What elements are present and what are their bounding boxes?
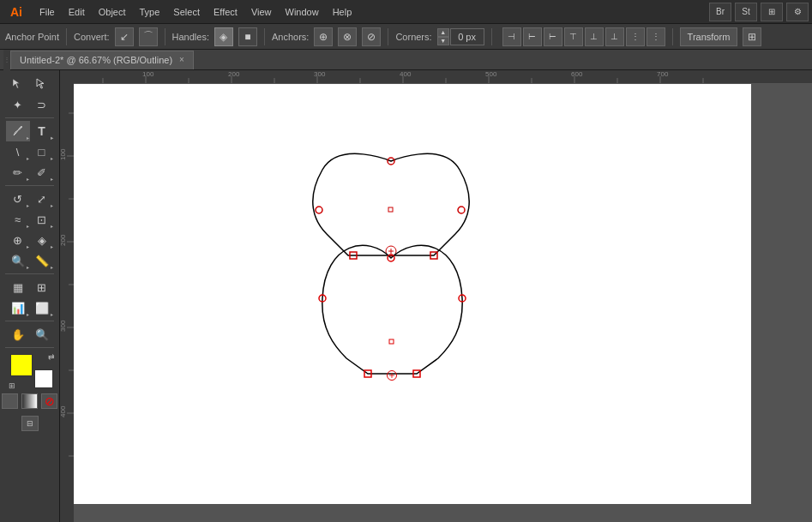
anchor-right[interactable] <box>458 207 465 213</box>
gradient-swatch-btn[interactable] <box>21 393 38 409</box>
lasso-tool[interactable]: ⊃ <box>30 94 54 115</box>
eyedropper-tool[interactable]: 🔍▸ <box>6 250 30 271</box>
measure-tool[interactable]: 📏▸ <box>30 250 54 271</box>
line-tools-row: \▸ □▸ <box>0 141 59 162</box>
color-mode-icons: ⊘ <box>0 392 59 411</box>
bridge-icon[interactable]: Br <box>709 3 731 21</box>
anchor-left[interactable] <box>316 207 322 213</box>
corners-down-arrow[interactable]: ▼ <box>437 37 449 45</box>
vertical-ruler: 100200 300400 <box>60 70 74 522</box>
workspace-icon[interactable]: ⊞ <box>761 3 783 21</box>
symbol-tools-row: 🔍▸ 📏▸ <box>0 250 59 271</box>
corners-label: Corners: <box>395 32 431 42</box>
align-center-h-btn[interactable]: ⊢ <box>523 27 542 46</box>
paint-tools-row: ✏▸ ✐▸ <box>0 162 59 183</box>
color-swatches: ⇄ ⊞ <box>0 351 59 392</box>
handles-icon-2[interactable]: ■ <box>238 27 257 46</box>
anchor-icon-1[interactable]: ⊕ <box>314 27 333 46</box>
tab-close-button[interactable]: × <box>179 51 184 69</box>
menu-type[interactable]: Type <box>133 0 167 24</box>
svg-text:500: 500 <box>485 70 497 78</box>
tab-bar: ⋮ Untitled-2* @ 66.67% (RGB/Outline) × <box>0 50 812 70</box>
menu-bar: Ai File Edit Object Type Select Effect V… <box>0 0 812 24</box>
align-left-btn[interactable]: ⊣ <box>502 27 521 46</box>
line-segment-tool[interactable]: \▸ <box>6 141 30 162</box>
drawing-canvas[interactable] <box>74 84 751 504</box>
free-transform-tool[interactable]: ⊡▸ <box>30 209 54 230</box>
type-tool[interactable]: T▸ <box>30 121 54 141</box>
distribute-v-btn[interactable]: ⋮ <box>647 27 665 46</box>
main-shape-path <box>313 153 469 255</box>
rotate-tool[interactable]: ↺▸ <box>6 189 30 209</box>
handles-icon[interactable]: ◈ <box>214 27 233 46</box>
direct-select-tool[interactable] <box>30 74 54 94</box>
align-buttons: ⊣ ⊢ ⊢ ⊤ ⊥ ⊥ ⋮ ⋮ <box>502 27 665 46</box>
menu-effect[interactable]: Effect <box>207 0 244 24</box>
color-mode-btn[interactable] <box>2 393 18 409</box>
menu-window[interactable]: Window <box>279 0 326 24</box>
separator-3 <box>264 28 265 45</box>
toolbar: ✦ ⊃ ▸ T▸ \▸ □▸ ✏▸ ✐▸ ↺▸ ⤢▸ ≈▸ ⊡▸ <box>0 70 60 522</box>
zoom-tool[interactable]: 🔍 <box>30 324 54 345</box>
stock-icon[interactable]: St <box>735 3 757 21</box>
convert-anchor-btn[interactable]: ↙ <box>115 27 134 46</box>
fill-swatch[interactable] <box>10 354 33 376</box>
gradient-tool[interactable]: ▦ <box>6 277 30 297</box>
pen-tools-row: ▸ T▸ <box>0 121 59 141</box>
magic-wand-tool[interactable]: ✦ <box>6 94 30 115</box>
settings-icon[interactable]: ⚙ <box>786 3 809 21</box>
corners-input[interactable] <box>450 28 484 45</box>
svg-text:200: 200 <box>60 234 67 246</box>
stroke-swatch[interactable] <box>34 369 53 388</box>
separator-5 <box>491 28 492 45</box>
reflect-tool[interactable]: ⤢▸ <box>30 189 54 209</box>
artboard-tool[interactable]: ⬜▸ <box>30 297 54 318</box>
screen-mode-btn[interactable]: ⊟ <box>21 416 39 431</box>
align-right-btn[interactable]: ⊢ <box>544 27 562 46</box>
menu-select[interactable]: Select <box>166 0 207 24</box>
corners-up-arrow[interactable]: ▲ <box>437 28 449 37</box>
menu-file[interactable]: File <box>33 0 62 24</box>
anchor-icon-3[interactable]: ⊘ <box>362 27 381 46</box>
pen-tool[interactable]: ▸ <box>6 121 30 141</box>
transform-button[interactable]: Transform <box>680 27 738 46</box>
align-bottom-btn[interactable]: ⊥ <box>605 27 624 46</box>
distribute-h-btn[interactable]: ⋮ <box>626 27 645 46</box>
svg-text:700: 700 <box>657 70 669 78</box>
reset-colors-icon[interactable]: ⊞ <box>9 381 15 390</box>
shape-builder-tool[interactable]: ⊕▸ <box>6 230 30 250</box>
bulb-path <box>322 245 462 374</box>
convert-label: Convert: <box>74 32 110 42</box>
svg-text:400: 400 <box>60 405 67 417</box>
bar-graph-tool[interactable]: 📊▸ <box>6 297 30 318</box>
anchor-icon-2[interactable]: ⊗ <box>338 27 357 46</box>
rect-tool[interactable]: □▸ <box>30 141 54 162</box>
canvas-area[interactable]: 100200 300400 500600 700 100200 <box>60 70 812 522</box>
svg-rect-1 <box>60 70 812 83</box>
menu-edit[interactable]: Edit <box>62 0 92 24</box>
mesh-tool[interactable]: ⊞ <box>30 277 54 297</box>
none-swatch-btn[interactable]: ⊘ <box>41 393 57 409</box>
stock-label: St <box>742 7 749 16</box>
options-bar: Anchor Point Convert: ↙ ⌒ Handles: ◈ ■ A… <box>0 24 812 50</box>
swap-colors-icon[interactable]: ⇄ <box>48 352 55 361</box>
align-center-v-btn[interactable]: ⊥ <box>585 27 604 46</box>
select-tool[interactable] <box>6 74 30 94</box>
warp-tool[interactable]: ≈▸ <box>6 209 30 230</box>
corners-spin[interactable]: ▲ ▼ <box>437 28 449 45</box>
document-tab[interactable]: Untitled-2* @ 66.67% (RGB/Outline) × <box>10 51 194 69</box>
align-top-btn[interactable]: ⊤ <box>564 27 583 46</box>
menu-help[interactable]: Help <box>326 0 359 24</box>
menu-view[interactable]: View <box>244 0 279 24</box>
fill-stroke-swatches: ⇄ ⊞ <box>10 354 53 388</box>
sep5 <box>5 347 54 348</box>
menu-object[interactable]: Object <box>92 0 133 24</box>
bulb-center-point <box>389 339 394 344</box>
graph-tools-row: ▦ ⊞ <box>0 277 59 297</box>
transform-options-icon[interactable]: ⊞ <box>743 27 761 46</box>
hand-tool[interactable]: ✋ <box>6 324 30 345</box>
paintbrush-tool[interactable]: ✏▸ <box>6 162 30 183</box>
blend-tool[interactable]: ◈▸ <box>30 230 54 250</box>
convert-smooth-btn[interactable]: ⌒ <box>139 27 158 46</box>
pencil-tool[interactable]: ✐▸ <box>30 162 54 183</box>
